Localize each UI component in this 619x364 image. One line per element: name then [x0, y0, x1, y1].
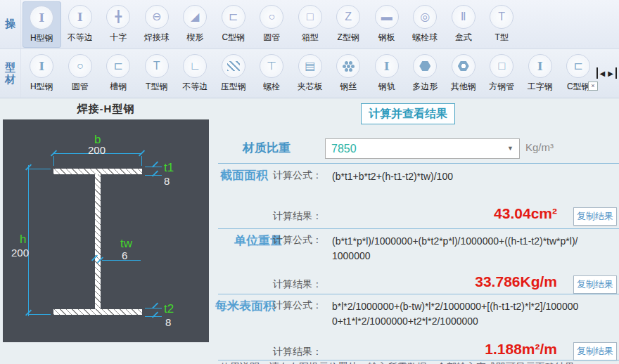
h-ext-top — [28, 169, 51, 169]
toolbar-item-polygon[interactable]: 多边形 — [406, 51, 445, 97]
toolbar-item-steel-wire[interactable]: 钢丝 — [329, 51, 368, 97]
t1-value[interactable]: 8 — [164, 176, 170, 186]
toolbar-item-bolt-ball[interactable]: ◎ 螺栓球 — [406, 1, 445, 48]
b-ext-left — [53, 156, 54, 166]
density-select[interactable]: 7850 ▼ — [325, 138, 520, 159]
h-beam-icon: I — [39, 12, 44, 24]
toolbar-item-i-beam[interactable]: I 工字钢 — [521, 51, 560, 97]
unequal-beam-icon: I — [77, 11, 83, 23]
t2-value[interactable]: 8 — [165, 317, 171, 327]
toolbar-item-h-beam-2[interactable]: I H型钢 — [23, 51, 61, 97]
toolbar-item-other-steel[interactable]: 其他钢 — [445, 51, 483, 97]
toolbar-profiles: 型 材 I H型钢 ○ 圆管 ⊏ 槽钢 T T型钢 ∟ 不等边 压型钢 ⊤ — [0, 49, 619, 98]
toolbar-item-square-pipe[interactable]: □ 方钢管 — [483, 51, 521, 97]
t1-tick-bottom — [152, 170, 158, 176]
section-surface-title: 每米表面积 — [215, 298, 275, 314]
formula-label: 计算公式： — [273, 299, 322, 312]
channel-steel-icon: ⊏ — [114, 60, 123, 72]
t2-label: t2 — [164, 303, 174, 315]
toolbar-item-unequal-angle[interactable]: ∟ 不等边 — [176, 51, 215, 97]
toolbar-item-bolt[interactable]: ⊤ 螺栓 — [253, 51, 291, 97]
bolt-ball-icon: ◎ — [420, 11, 430, 22]
unequal-angle-icon: ∟ — [189, 60, 200, 72]
toolbar-item-channel-steel[interactable]: ⊏ 槽钢 — [99, 51, 138, 97]
steel-plate-icon: ▬ — [381, 11, 393, 22]
toolbar-item-unequal-beam[interactable]: I 不等边 — [61, 1, 100, 48]
usage-hint: 使用说明：请在左图提示位置处，输入所需数据，全部输入完成即可显示正确结果 — [220, 361, 575, 364]
surface-formula: b*l*2/1000000+(b-tw)*l*2/1000000+[(h-t1-… — [332, 299, 580, 329]
copy-result-button-2[interactable]: 复制结果 — [573, 275, 617, 294]
divider — [218, 228, 619, 229]
toolbar-item-wedge[interactable]: ◢ 楔形 — [176, 1, 215, 48]
toolbar-row2-items: I H型钢 ○ 圆管 ⊏ 槽钢 T T型钢 ∟ 不等边 压型钢 ⊤ 螺栓 ▤ — [21, 49, 619, 98]
other-steel-icon — [458, 61, 469, 71]
toolbar-pager[interactable]: ◀ ▶ — [596, 67, 617, 79]
welded-ball-icon: ⊖ — [152, 11, 161, 22]
result-label: 计算结果： — [273, 346, 322, 358]
copy-result-button-1[interactable]: 复制结果 — [573, 207, 617, 226]
weight-result: 33.786Kg/m — [385, 273, 557, 290]
wedge-icon: ◢ — [191, 11, 199, 22]
c-steel-2-icon: ⊏ — [574, 60, 583, 72]
toolbar-rail-row1: 操 — [0, 0, 21, 48]
tw-value[interactable]: 6 — [122, 250, 127, 261]
pager-right-icon[interactable]: ▶ — [608, 70, 613, 77]
calculate-button[interactable]: 计算并查看结果 — [361, 103, 455, 124]
bolt-icon: ⊤ — [267, 60, 276, 72]
toolbar-item-h-beam[interactable]: I H型钢 — [23, 1, 61, 48]
toolbar-item-steel-plate[interactable]: ▬ 钢板 — [368, 1, 407, 48]
toolbar-item-sandwich-panel[interactable]: ▤ 夹芯板 — [291, 51, 330, 97]
copy-result-button-3[interactable]: 复制结果 — [573, 342, 617, 360]
weight-formula: (b*t1*p*l)/1000000+(b*t2*p*l)/1000000+((… — [332, 234, 580, 264]
t2-tick-bottom — [152, 311, 158, 318]
divider — [218, 294, 619, 294]
toolbar-item-welded-ball[interactable]: ⊖ 焊接球 — [138, 1, 177, 48]
h-ext-bottom — [28, 314, 51, 315]
surface-result: 1.188m²/m — [385, 341, 557, 358]
toolbar-item-box[interactable]: □ 箱型 — [291, 1, 330, 48]
toolbar-item-t-shape[interactable]: T T型 — [483, 1, 521, 48]
h-value[interactable]: 200 — [11, 247, 29, 258]
steel-calculator-window: 操 I H型钢 I 不等边 ╋ 十字 ⊖ 焊接球 ◢ 楔形 ⊏ C型钢 ○ — [0, 0, 619, 364]
h-label: h — [20, 233, 26, 245]
toolbar-row1-items: I H型钢 I 不等边 ╋ 十字 ⊖ 焊接球 ◢ 楔形 ⊏ C型钢 ○ 圆管 — [21, 0, 619, 48]
i-beam-icon: I — [537, 60, 543, 72]
divider — [218, 360, 619, 360]
sandwich-panel-icon: ▤ — [305, 60, 315, 72]
cross-icon: ╋ — [115, 11, 122, 22]
bottom-flange-shape — [53, 309, 142, 315]
toolbar-item-case[interactable]: Ⅱ 盒式 — [445, 1, 483, 48]
section-area-title: 截面面积 — [220, 167, 268, 183]
b-value[interactable]: 200 — [88, 145, 106, 155]
t-steel-icon: T — [153, 60, 160, 72]
h-beam-2-icon: I — [39, 60, 44, 72]
toolbar-item-z-steel[interactable]: Z Z型钢 — [329, 1, 368, 48]
round-pipe-icon: ○ — [268, 11, 275, 22]
diagram-title: 焊接-H型钢 — [3, 103, 209, 116]
web-shape — [95, 174, 101, 309]
calculation-panel: 计算并查看结果 材质比重 7850 ▼ Kg/m³ 截面面积 计算公式： (b*… — [218, 98, 619, 364]
t-shape-icon: T — [498, 11, 505, 22]
section-diagram-canvas: b 200 h 200 t1 8 tw 6 t2 8 — [3, 119, 209, 342]
chevron-down-icon[interactable]: ▼ — [507, 139, 513, 158]
square-pipe-icon: □ — [498, 60, 505, 72]
density-value: 7850 — [331, 143, 357, 155]
pager-left-icon[interactable]: ◀ — [600, 70, 606, 77]
formula-label: 计算公式： — [273, 169, 322, 182]
steel-rail-icon: I — [384, 60, 390, 72]
z-steel-icon: Z — [345, 11, 352, 22]
toolbar-item-round-pipe[interactable]: ○ 圆管 — [253, 1, 291, 48]
area-result: 43.04cm² — [385, 205, 557, 222]
toolbar-item-profiled-steel[interactable]: 压型钢 — [215, 51, 253, 97]
toolbar-item-c-steel[interactable]: ⊏ C型钢 — [215, 1, 253, 48]
area-formula: (b*t1+b*t2+(h-t1-t2)*tw)/100 — [332, 169, 580, 184]
toolbar-shapes: 操 I H型钢 I 不等边 ╋ 十字 ⊖ 焊接球 ◢ 楔形 ⊏ C型钢 ○ — [0, 0, 619, 49]
toolbar-item-steel-rail[interactable]: I 钢轨 — [368, 51, 407, 97]
tw-label: tw — [120, 238, 132, 249]
case-icon: Ⅱ — [461, 11, 466, 22]
round-pipe-2-icon: ○ — [77, 60, 84, 72]
c-steel-icon: ⊏ — [229, 11, 238, 22]
toolbar-item-cross[interactable]: ╋ 十字 — [99, 1, 138, 48]
toolbar-item-t-steel[interactable]: T T型钢 — [138, 51, 177, 97]
toolbar-item-round-pipe-2[interactable]: ○ 圆管 — [61, 51, 100, 97]
